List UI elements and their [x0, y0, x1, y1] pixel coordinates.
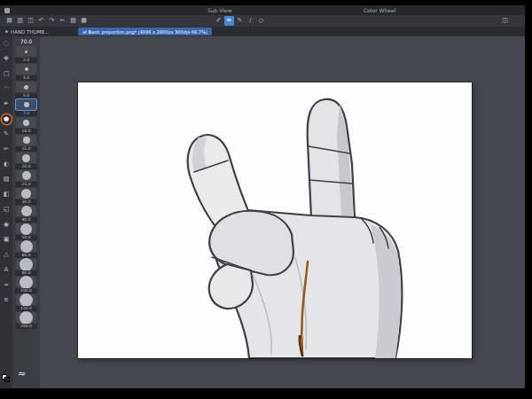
selection-tool-icon[interactable]: ▢ — [2, 69, 12, 79]
redo-icon[interactable]: ↷ — [47, 16, 57, 26]
symmetry-icon[interactable]: ◇ — [256, 16, 266, 26]
blend-tool-icon[interactable]: ◱ — [2, 205, 12, 215]
move-tool-icon[interactable]: ✥ — [2, 54, 12, 64]
brush-preset-cell — [16, 294, 36, 305]
brush-preset[interactable]: 40.0 — [15, 206, 37, 223]
workspace-tab[interactable]: HAND THUMB... — [5, 29, 49, 35]
brush-preset-cell — [16, 64, 36, 74]
airbrush-icon[interactable]: ◐ — [2, 160, 12, 169]
brush-preset[interactable]: 30.0 — [15, 188, 37, 205]
brush-preset-label: 25.0 — [15, 182, 37, 187]
toolbar-left-group: ▤▥◫↶↷✂▧▦ — [4, 16, 90, 26]
brush-size-dot-icon — [20, 223, 32, 235]
brush-preset-cell — [16, 312, 36, 323]
new-file-icon[interactable]: ▤ — [4, 16, 14, 26]
snap-ruler-icon[interactable]: ✐ — [214, 16, 223, 26]
brush-preset[interactable]: 25.0 — [15, 170, 37, 187]
canvas-area[interactable] — [40, 36, 525, 388]
grid-icon[interactable]: ▦ — [79, 16, 89, 26]
app-logo-icon — [4, 8, 10, 13]
zoom-tool-icon[interactable]: ◌ — [2, 39, 12, 49]
brush-size-dot-icon — [21, 206, 32, 216]
sub-view-panel-title[interactable]: Sub View — [207, 7, 232, 13]
brush-preset-cell — [16, 170, 36, 181]
brush-size-dot-icon — [20, 240, 33, 253]
brush-preset-label: 20.0 — [15, 164, 37, 169]
brush-preset[interactable]: 3.0 — [15, 64, 37, 81]
brush-size-dot-icon — [25, 51, 27, 53]
fill-tool-icon[interactable]: ◉ — [2, 220, 12, 230]
brush-preset[interactable]: 5.0 — [15, 82, 37, 98]
brush-preset-label: 5.0 — [15, 93, 37, 98]
pen-icon[interactable]: ✒ — [2, 99, 12, 109]
brush-preset[interactable]: 15.0 — [15, 135, 37, 152]
brush-preset[interactable]: 80.0 — [15, 259, 37, 276]
brush-preset-cell — [16, 82, 36, 92]
brush-preset-label: 200.0 — [15, 324, 37, 329]
save-icon[interactable]: ◫ — [26, 16, 35, 26]
brush-preset[interactable]: 7.0 — [15, 99, 37, 116]
brush-preset-label: 15.0 — [15, 146, 37, 152]
brush-preset-cell — [16, 259, 36, 270]
brush-preset[interactable]: 60.0 — [15, 241, 37, 258]
color-chips — [2, 374, 11, 383]
decoration-icon[interactable]: ▨ — [2, 175, 12, 184]
undo-icon[interactable]: ↶ — [36, 16, 46, 26]
gradient-tool-icon[interactable]: ▣ — [2, 235, 12, 245]
brush-icon[interactable]: ✏ — [2, 145, 12, 154]
cut-icon[interactable]: ✂ — [58, 16, 67, 26]
brush-preset-cell — [16, 117, 36, 128]
canvas-page[interactable] — [78, 82, 472, 358]
eraser-tool-icon[interactable]: ◧ — [2, 190, 12, 200]
brush-size-dot-icon — [24, 102, 29, 107]
brush-preset[interactable]: 2.0 — [15, 46, 37, 63]
document-tab[interactable]: at Basic proportion.png* (4096 x 2800px … — [78, 27, 212, 35]
brush-size-dot-icon — [21, 189, 31, 199]
shape-tool-icon[interactable]: △ — [2, 250, 12, 260]
brush-preset[interactable]: 100.0 — [15, 277, 37, 293]
brush-preset-list: 2.0 3.0 5.0 7.0 10.0 15.0 — [15, 46, 37, 330]
wave-tool-icon[interactable]: ≈ — [18, 368, 26, 379]
brush-size-palette: 70.0 2.0 3.0 5.0 7.0 10.0 — [12, 36, 40, 388]
brush-preset-cell — [16, 153, 36, 163]
right-edge-strip — [525, 0, 532, 399]
brush-preset[interactable]: 20.0 — [15, 153, 37, 169]
brush-preset-cell — [16, 241, 36, 252]
pencil-icon[interactable]: ✎ — [2, 129, 12, 139]
hand-artwork — [78, 82, 472, 358]
correction-tool-icon[interactable]: ≈ — [2, 280, 12, 290]
panel-toggle-icon[interactable]: ◫ — [500, 16, 510, 26]
operation-tool-icon[interactable]: ≡ — [2, 295, 12, 305]
ruler-icon[interactable]: / — [246, 16, 255, 26]
brush-preset[interactable]: 10.0 — [15, 117, 37, 134]
brush-preset-cell — [16, 46, 36, 57]
sub-color-swatch[interactable] — [4, 377, 10, 382]
brush-preset[interactable]: 200.0 — [15, 312, 37, 329]
workspace-tab-label: HAND THUMB... — [11, 29, 49, 35]
brush-preset-label: 3.0 — [15, 75, 37, 81]
text-tool-icon[interactable]: A — [2, 265, 12, 275]
brush-preset[interactable]: 50.0 — [15, 223, 37, 240]
bottom-bar — [0, 388, 532, 399]
marker-tool-icon[interactable]: ● — [2, 114, 12, 124]
tab-bar: HAND THUMB... at Basic proportion.png* (… — [0, 27, 525, 36]
eraser-mode-icon[interactable]: ▧ — [68, 16, 78, 26]
brush-preset-cell — [16, 223, 36, 234]
brush-size-dot-icon — [25, 67, 28, 71]
pen-tool-icon[interactable]: ✒ — [224, 16, 234, 26]
brush-tool-icon[interactable]: ✎ — [235, 16, 245, 26]
brush-preset-label: 30.0 — [15, 200, 37, 205]
color-wheel-panel-title[interactable]: Color Wheel — [364, 7, 395, 13]
brush-size-dot-icon — [22, 154, 30, 162]
brush-size-dot-icon — [20, 258, 33, 271]
lasso-tool-icon[interactable]: ◠ — [2, 84, 12, 94]
brush-preset-cell — [16, 277, 36, 287]
brush-preset-label: 2.0 — [15, 58, 37, 63]
brush-preset-label: 10.0 — [15, 129, 37, 134]
brush-preset-label: 40.0 — [15, 217, 37, 223]
open-file-icon[interactable]: ▥ — [15, 16, 25, 26]
brush-preset[interactable]: 150.0 — [15, 294, 37, 311]
brush-preset-label: 7.0 — [15, 111, 37, 116]
brush-size-dot-icon — [24, 85, 28, 90]
brush-size-dot-icon — [23, 120, 29, 126]
